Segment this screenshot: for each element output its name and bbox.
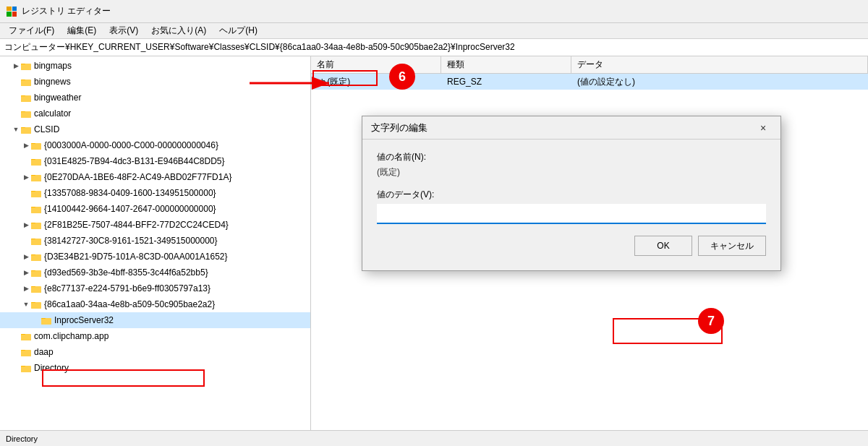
svg-rect-26 (31, 192, 41, 197)
dialog-buttons: OK キャンセル (377, 236, 766, 259)
cancel-button[interactable]: キャンセル (698, 236, 766, 256)
folder-icon (30, 219, 42, 231)
expand-icon: ▶ (22, 173, 30, 181)
tree-item-clsid-9[interactable]: ▶ {e8c77137-e224-5791-b6e9-ff0305797a13} (0, 280, 310, 296)
tree-item-label: CLSID (34, 124, 59, 134)
svg-rect-32 (31, 223, 41, 229)
dialog-title: 文字列の編集 (371, 121, 427, 134)
tree-item-label: {0003000A-0000-0000-C000-000000000046} (44, 140, 218, 150)
svg-rect-29 (31, 207, 41, 213)
tree-item-clsid-8[interactable]: ▶ {d93ed569-3b3e-4bff-8355-3c44f6a52bb5} (0, 265, 310, 280)
value-name-value: (既定) (377, 166, 766, 179)
tree-item-label: {86ca1aa0-34aa-4e8b-a509-50c905bae2a2} (44, 299, 215, 309)
tree-item-clsid-3[interactable]: ▶ {13357088-9834-0409-1600-134951500000} (0, 185, 310, 201)
tree-item-label: {0E270DAA-1BE6-48F2-AC49-ABD02F77FD1A} (44, 172, 231, 182)
ok-button[interactable]: OK (634, 236, 692, 256)
folder-icon (20, 92, 32, 103)
tree-item-label: bingmaps (34, 61, 72, 71)
title-bar-text: レジストリ エディター (22, 5, 111, 17)
tree-item-clipchamp[interactable]: ▶ com.clipchamp.app (0, 328, 310, 344)
address-path: コンピューター¥HKEY_CURRENT_USER¥Software¥Class… (4, 41, 515, 53)
folder-icon (30, 283, 42, 294)
tree-item-label: daap (34, 347, 54, 357)
tree-items: ▶ bingmaps ▶ bingnews ▶ bingw (0, 56, 310, 377)
value-name-label: 値の名前(N): (377, 151, 766, 163)
tree-item-label: {2F81B25E-7507-4844-BFF2-77D2CC24CED4} (44, 220, 229, 230)
expand-icon: ▶ (22, 252, 30, 261)
tree-item-clsid[interactable]: ▼ CLSID (0, 121, 310, 137)
tree-item-label: {38142727-30C8-9161-1521-349515000000} (44, 236, 218, 246)
dialog-string-edit: 文字列の編集 × 値の名前(N): (既定) 値のデータ(V): OK キャンセ… (362, 116, 781, 271)
svg-rect-56 (21, 351, 31, 356)
svg-rect-20 (31, 160, 41, 166)
folder-icon (20, 330, 32, 342)
tree-item-label: {14100442-9664-1407-2647-000000000000} (44, 204, 216, 214)
expand-icon: ▶ (22, 220, 30, 229)
tree-item-label: {13357088-9834-0409-1600-134951500000} (44, 188, 216, 198)
menu-file[interactable]: ファイル(F) (3, 23, 60, 38)
folder-icon (30, 171, 42, 183)
app-icon (6, 6, 17, 17)
value-data-input[interactable] (377, 204, 766, 224)
menu-edit[interactable]: 編集(E) (61, 23, 102, 38)
svg-rect-8 (21, 96, 31, 102)
address-bar: コンピューター¥HKEY_CURRENT_USER¥Software¥Class… (0, 39, 868, 56)
expand-icon: ▶ (22, 268, 30, 277)
svg-rect-59 (21, 366, 31, 372)
tree-item-86ca[interactable]: ▼ {86ca1aa0-34aa-4e8b-a509-50c905bae2a2} (0, 296, 310, 312)
menu-view[interactable]: 表示(V) (103, 23, 144, 38)
folder-icon (41, 314, 52, 326)
dialog-close-button[interactable]: × (754, 119, 772, 137)
tree-item-clsid-2[interactable]: ▶ {0E270DAA-1BE6-48F2-AC49-ABD02F77FD1A} (0, 169, 310, 185)
status-text: Directory (6, 434, 38, 443)
tree-item-bingmaps[interactable]: ▶ bingmaps (0, 58, 310, 74)
svg-rect-23 (31, 176, 41, 181)
expand-icon: ▼ (22, 300, 30, 309)
col-header-name: 名前 (311, 56, 441, 73)
tree-item-clsid-1[interactable]: ▶ {031E4825-7B94-4dc3-B131-E946B44C8DD5} (0, 153, 310, 169)
tree-item-clsid-6[interactable]: ▶ {38142727-30C8-9161-1521-349515000000} (0, 233, 310, 249)
folder-icon (20, 124, 32, 135)
tree-item-label: {d93ed569-3b3e-4bff-8355-3c44f6a52bb5} (44, 267, 208, 278)
tree-item-label: InprocServer32 (54, 315, 114, 325)
svg-rect-35 (31, 239, 41, 245)
svg-rect-44 (31, 287, 41, 293)
folder-icon (20, 76, 32, 87)
registry-type-cell: REG_SZ (441, 74, 571, 90)
tree-pane: ▶ bingmaps ▶ bingnews ▶ bingw (0, 56, 311, 446)
tree-item-daap[interactable]: ▶ daap (0, 344, 310, 360)
expand-icon: ▶ (22, 141, 30, 150)
tree-item-clsid-4[interactable]: ▶ {14100442-9664-1407-2647-000000000000} (0, 201, 310, 217)
folder-icon (20, 362, 32, 374)
expand-icon: ▼ (12, 125, 20, 134)
value-data-label: 値のデータ(V): (377, 189, 766, 201)
dialog-body: 値の名前(N): (既定) 値のデータ(V): OK キャンセル (362, 140, 780, 270)
tree-item-label: calculator (34, 108, 71, 119)
tree-item-calculator[interactable]: ▶ calculator (0, 106, 310, 121)
tree-item-clsid-0[interactable]: ▶ {0003000A-0000-0000-C000-000000000046} (0, 137, 310, 153)
tree-item-label: {D3E34B21-9D75-101A-8C3D-00AA001A1652} (44, 252, 228, 262)
svg-rect-5 (21, 80, 31, 86)
title-bar: レジストリ エディター (0, 0, 868, 23)
svg-rect-53 (21, 335, 31, 340)
tree-item-clsid-5[interactable]: ▶ {2F81B25E-7507-4844-BFF2-77D2CC24CED4} (0, 217, 310, 233)
expand-icon: ▶ (22, 284, 30, 293)
menu-help[interactable]: ヘルプ(H) (213, 23, 263, 38)
tree-item-clsid-7[interactable]: ▶ {D3E34B21-9D75-101A-8C3D-00AA001A1652} (0, 249, 310, 265)
registry-data-cell: (値の設定なし) (571, 74, 868, 90)
tree-item-label: com.clipchamp.app (34, 331, 109, 341)
tree-item-label: {031E4825-7B94-4dc3-B131-E946B44C8DD5} (44, 156, 225, 166)
tree-item-label: bingnews (34, 77, 71, 87)
menu-favorites[interactable]: お気に入り(A) (145, 23, 212, 38)
svg-rect-14 (21, 128, 31, 134)
folder-icon (30, 187, 42, 199)
folder-icon (20, 108, 32, 119)
svg-rect-50 (41, 319, 51, 325)
tree-item-directory[interactable]: ▶ Directory (0, 360, 310, 376)
svg-rect-47 (31, 303, 41, 309)
tree-item-inprocserver32[interactable]: ▶ InprocServer32 (0, 312, 310, 328)
col-header-data: データ (571, 56, 868, 73)
tree-item-label: bingweather (34, 93, 81, 103)
status-bar: Directory (0, 430, 868, 446)
tree-item-label: Directory (34, 363, 69, 373)
